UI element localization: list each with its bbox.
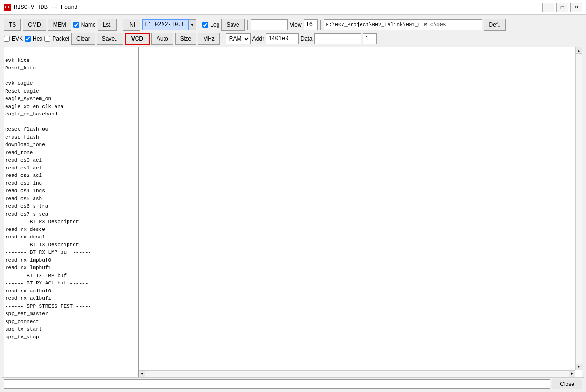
separator1 bbox=[120, 20, 120, 30]
evk-checkbox[interactable] bbox=[4, 36, 10, 42]
combo-arrow-icon[interactable]: ▼ bbox=[189, 19, 196, 30]
right-panel: ▲ ▼ ◄ ► bbox=[139, 47, 582, 377]
view-label: View bbox=[290, 21, 302, 28]
toolbar-row1: TS CMD MEM Name Lst. INI t1_02M2-T0.8 ▼ … bbox=[2, 17, 584, 32]
scroll-up-arrow[interactable]: ▲ bbox=[576, 47, 582, 54]
left-panel[interactable]: ---------------------------- evk_kite Re… bbox=[4, 47, 139, 377]
separator3 bbox=[247, 20, 248, 30]
save-button[interactable]: Save bbox=[221, 19, 244, 31]
ini-button[interactable]: INI bbox=[123, 19, 140, 31]
close-button[interactable]: Close bbox=[552, 379, 582, 389]
scroll-left-arrow[interactable]: ◄ bbox=[139, 371, 145, 377]
close-window-button[interactable]: ✕ bbox=[570, 3, 582, 12]
data-input[interactable] bbox=[314, 33, 361, 44]
scroll-right-arrow[interactable]: ► bbox=[569, 371, 575, 377]
addr-label: Addr bbox=[252, 35, 264, 42]
ram-dropdown[interactable]: RAM bbox=[226, 33, 251, 44]
packet-checkbox[interactable] bbox=[44, 36, 50, 42]
title-bar: HI RISC-V TDB -- Found — □ ✕ bbox=[0, 0, 586, 15]
ts-button[interactable]: TS bbox=[4, 19, 21, 31]
name-label: Name bbox=[81, 21, 96, 28]
separator5 bbox=[223, 34, 223, 44]
minimize-button[interactable]: — bbox=[542, 3, 554, 12]
count-input[interactable]: 1 bbox=[363, 33, 377, 44]
command-list: ---------------------------- evk_kite Re… bbox=[5, 49, 137, 341]
main-window: TS CMD MEM Name Lst. INI t1_02M2-T0.8 ▼ … bbox=[0, 15, 586, 392]
cmd-button[interactable]: CMD bbox=[23, 19, 46, 31]
vcd-button[interactable]: VCD bbox=[125, 33, 150, 45]
content-area: ---------------------------- evk_kite Re… bbox=[4, 47, 582, 377]
combo-box[interactable]: t1_02M2-T0.8 ▼ bbox=[142, 19, 196, 30]
separator4 bbox=[320, 20, 321, 30]
window-title: RISC-V TDB -- Found bbox=[14, 4, 78, 11]
status-bar: Close bbox=[2, 377, 584, 390]
path-input[interactable]: E:\007_Project\002_Telink\001_LLMIC\00S bbox=[324, 19, 482, 30]
data-label: Data bbox=[300, 35, 312, 42]
window-controls[interactable]: — □ ✕ bbox=[542, 3, 582, 12]
clear-button[interactable]: Clear bbox=[71, 33, 95, 45]
horizontal-scrollbar[interactable]: ◄ ► bbox=[139, 370, 575, 377]
view-input-text[interactable] bbox=[251, 19, 288, 30]
restore-button[interactable]: □ bbox=[556, 3, 568, 12]
combo-input[interactable]: t1_02M2-T0.8 bbox=[142, 19, 189, 30]
title-bar-left: HI RISC-V TDB -- Found bbox=[4, 4, 78, 11]
toolbar-row2: EVK Hex Packet Clear Save.. VCD Auto Siz… bbox=[2, 32, 584, 47]
separator2 bbox=[199, 20, 199, 30]
lst-button[interactable]: Lst. bbox=[98, 19, 117, 31]
mem-button[interactable]: MEM bbox=[48, 19, 71, 31]
name-checkbox[interactable] bbox=[73, 22, 79, 28]
hex-checkbox[interactable] bbox=[25, 36, 31, 42]
status-input[interactable] bbox=[4, 379, 550, 389]
view-value-input[interactable]: 16 bbox=[304, 19, 318, 30]
def-button[interactable]: Def.. bbox=[484, 19, 506, 31]
log-label: Log bbox=[210, 21, 219, 28]
hex-label: Hex bbox=[33, 35, 42, 42]
save-dots-button[interactable]: Save.. bbox=[97, 33, 123, 45]
scroll-down-arrow[interactable]: ▼ bbox=[576, 364, 582, 370]
vertical-scrollbar[interactable]: ▲ ▼ bbox=[575, 47, 582, 370]
auto-button[interactable]: Auto bbox=[151, 33, 173, 45]
packet-label: Packet bbox=[52, 35, 69, 42]
log-checkbox[interactable] bbox=[202, 22, 208, 28]
app-icon: HI bbox=[4, 4, 11, 11]
mhz-button[interactable]: MHz bbox=[198, 33, 220, 45]
evk-label: EVK bbox=[12, 35, 23, 42]
addr-input[interactable]: 1401e0 bbox=[266, 33, 299, 44]
size-button[interactable]: Size bbox=[175, 33, 196, 45]
